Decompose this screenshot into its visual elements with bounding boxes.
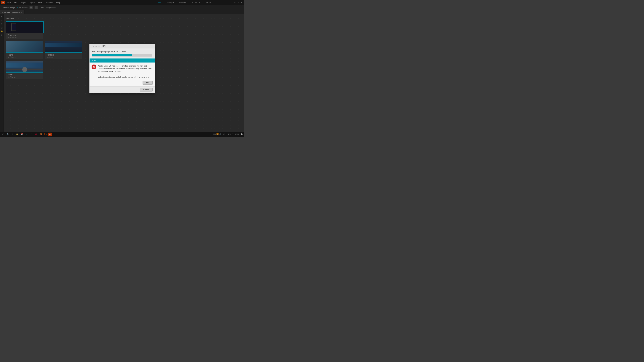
error-ok-row: OK xyxy=(90,80,155,86)
ok-button[interactable]: OK xyxy=(142,81,152,85)
error-detail: Did not expect mixed node types for leav… xyxy=(90,75,155,80)
error-icon: ✕ xyxy=(92,64,96,69)
progress-bar-container xyxy=(92,54,152,56)
error-message: Adobe Muse CC has encountered an error a… xyxy=(98,64,152,73)
error-header: Error xyxy=(90,58,155,62)
export-progress-section: Overall export progress: 67% complete xyxy=(90,48,155,58)
progress-text: Overall export progress: 67% complete xyxy=(92,50,152,53)
export-dialog-header: Export as HTML xyxy=(90,44,155,48)
dialog-overlay: Export as HTML Overall export progress: … xyxy=(0,0,244,137)
error-section: Error ✕ Adobe Muse CC has encountered an… xyxy=(90,58,155,86)
export-dialog: Export as HTML Overall export progress: … xyxy=(90,44,155,93)
cancel-button[interactable]: Cancel xyxy=(140,88,152,91)
progress-bar-fill xyxy=(92,54,132,56)
dialog-footer: Cancel xyxy=(90,86,155,93)
error-body: ✕ Adobe Muse CC has encountered an error… xyxy=(90,62,155,75)
